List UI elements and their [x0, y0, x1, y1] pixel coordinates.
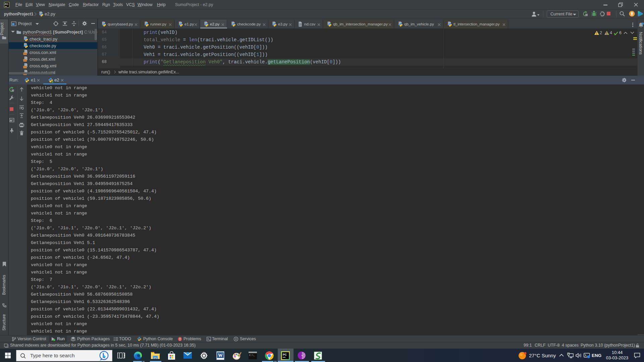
- svg-text:C:\_: C:\_: [249, 354, 255, 357]
- svg-text:W: W: [218, 353, 223, 358]
- svg-text:PC: PC: [283, 353, 287, 356]
